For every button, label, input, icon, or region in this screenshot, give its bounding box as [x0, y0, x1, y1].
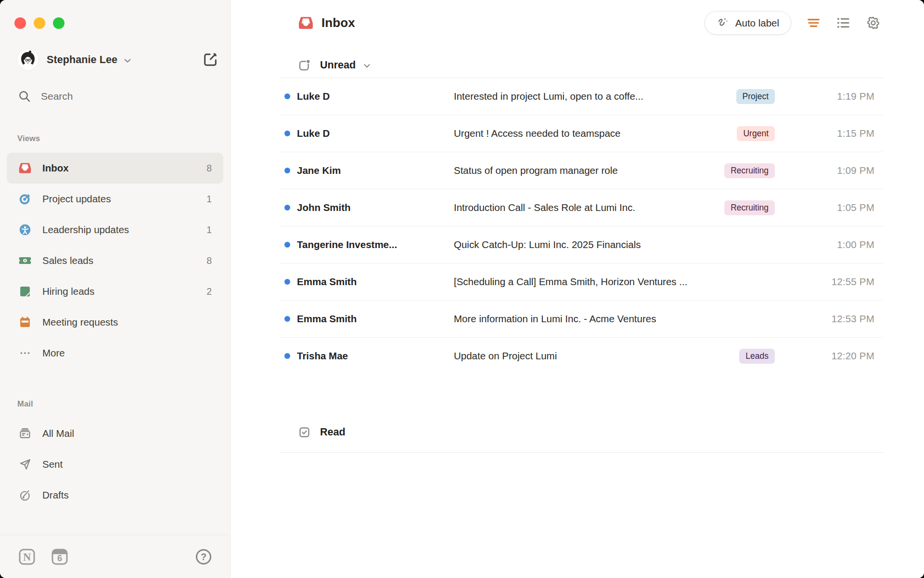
email-subject: Update on Project Lumi — [454, 350, 732, 362]
email-row[interactable]: Luke DUrgent ! Access needed to teamspac… — [280, 115, 883, 152]
svg-text:?: ? — [201, 551, 206, 562]
auto-label-button[interactable]: Auto label — [705, 11, 791, 35]
calendar-icon — [18, 315, 32, 329]
unread-dot — [284, 205, 290, 210]
sidebar-item-label: Meeting requests — [42, 316, 118, 328]
sidebar-item-label: Hiring leads — [42, 286, 94, 297]
email-sender: Luke D — [297, 91, 454, 102]
close-window-button[interactable] — [14, 17, 26, 29]
allmail-icon — [18, 427, 32, 440]
help-icon[interactable]: ? — [194, 548, 213, 566]
unread-dot — [284, 168, 290, 173]
header-actions: Auto label — [705, 11, 881, 35]
inbox-icon — [18, 161, 32, 175]
label-badge-recruiting: Recruiting — [724, 200, 775, 215]
sidebar-item-meeting-requests[interactable]: Meeting requests — [7, 307, 223, 338]
email-time: 12:53 PM — [818, 313, 883, 325]
view-title-group: Inbox — [298, 15, 355, 31]
chevron-down-icon[interactable] — [362, 61, 372, 71]
unread-dot — [284, 316, 290, 322]
email-row[interactable]: John SmithIntroduction Call - Sales Role… — [280, 189, 883, 226]
traffic-lights — [0, 0, 230, 29]
sidebar-item-hiring-leads[interactable]: Hiring leads2 — [7, 276, 223, 307]
email-subject: Quick Catch-Up: Lumi Inc. 2025 Financial… — [454, 239, 818, 250]
email-row[interactable]: Emma SmithMore information in Lumi Inc. … — [280, 301, 883, 338]
sidebar-item-project-updates[interactable]: Project updates1 — [7, 184, 223, 214]
email-sender: Tangerine Investme... — [297, 239, 454, 250]
email-row[interactable]: Jane KimStatus of open program manager r… — [280, 152, 883, 189]
search-button[interactable]: Search — [18, 90, 218, 103]
compose-button[interactable] — [202, 52, 218, 68]
email-sender: John Smith — [297, 202, 454, 213]
notion-app-icon[interactable]: N — [17, 547, 37, 566]
auto-label-wand-icon — [717, 16, 730, 29]
dollar-icon — [18, 254, 32, 267]
sidebar-item-sent[interactable]: Sent — [7, 449, 223, 480]
sidebar-item-sales-leads[interactable]: Sales leads8 — [7, 245, 223, 276]
settings-gear-icon[interactable] — [866, 15, 881, 30]
unread-dot — [284, 131, 290, 136]
notion-calendar-app-icon[interactable]: 6 — [50, 547, 69, 566]
label-badge-leads: Leads — [739, 349, 775, 364]
sidebar-item-label: All Mail — [42, 428, 74, 439]
email-sender: Jane Kim — [297, 165, 454, 176]
main-header: Inbox Auto label — [231, 0, 924, 35]
read-checkbox-icon — [298, 426, 311, 439]
email-subject: Status of open program manager role — [454, 165, 717, 176]
sidebar-nav: ViewsInbox8Project updates1Leadership up… — [0, 134, 230, 511]
section-title-mail: Mail — [17, 399, 230, 408]
note-icon — [18, 285, 32, 298]
sidebar-item-label: Sent — [42, 459, 63, 470]
section-title-views: Views — [17, 134, 230, 143]
list-view-icon[interactable] — [836, 15, 851, 30]
sidebar-footer: N 6 ? — [0, 535, 230, 578]
email-time: 1:00 PM — [818, 239, 883, 250]
dots-icon — [18, 346, 32, 360]
email-time: 1:19 PM — [818, 91, 883, 102]
sidebar-item-label: Inbox — [42, 162, 69, 174]
label-badge-project: Project — [736, 89, 775, 104]
sent-icon — [18, 458, 32, 471]
target-icon — [18, 192, 32, 206]
email-sender: Luke D — [297, 128, 454, 139]
sidebar-item-label: Sales leads — [42, 255, 93, 266]
search-label: Search — [41, 91, 73, 102]
minimize-window-button[interactable] — [34, 17, 45, 29]
email-time: 12:55 PM — [818, 276, 883, 288]
email-row[interactable]: Trisha MaeUpdate on Project LumiLeads12:… — [280, 338, 883, 374]
email-time: 1:09 PM — [818, 165, 883, 176]
unread-count-badge: 8 — [206, 163, 212, 174]
unread-section-header[interactable]: Unread — [298, 57, 924, 73]
accessibility-icon — [18, 223, 32, 236]
main-area: Inbox Auto label Unread Luke DInterested… — [231, 0, 924, 578]
label-badge-urgent: Urgent — [737, 126, 775, 141]
sidebar-item-all-mail[interactable]: All Mail — [7, 418, 223, 449]
search-icon — [18, 90, 31, 103]
unread-count-badge: 8 — [206, 255, 212, 266]
email-subject: Urgent ! Access needed to teamspace — [454, 128, 729, 139]
nav-section-views: Inbox8Project updates1Leadership updates… — [0, 153, 230, 368]
email-subject: More information in Lumi Inc. - Acme Ven… — [454, 313, 818, 325]
sidebar-item-inbox[interactable]: Inbox8 — [7, 153, 223, 184]
read-section-header[interactable]: Read — [298, 424, 924, 440]
zoom-window-button[interactable] — [53, 17, 64, 29]
sidebar-item-label: Drafts — [42, 489, 69, 501]
unread-dot — [284, 242, 290, 248]
unread-square-icon — [298, 59, 311, 72]
sidebar-item-label: More — [42, 347, 65, 359]
email-row[interactable]: Emma Smith[Scheduling a Call] Emma Smith… — [280, 263, 883, 301]
sidebar-item-label: Leadership updates — [42, 224, 129, 236]
sidebar-item-leadership-updates[interactable]: Leadership updates1 — [7, 214, 223, 245]
svg-text:6: 6 — [57, 553, 62, 563]
filter-icon[interactable] — [806, 15, 821, 30]
svg-text:N: N — [23, 551, 31, 563]
email-row[interactable]: Tangerine Investme...Quick Catch-Up: Lum… — [280, 226, 883, 263]
email-row[interactable]: Luke DInterested in project Lumi, open t… — [280, 78, 883, 115]
sidebar-item-label: Project updates — [42, 193, 111, 205]
inbox-icon — [298, 15, 314, 31]
sidebar-item-more[interactable]: More — [7, 338, 223, 368]
sidebar-item-drafts[interactable]: Drafts — [7, 480, 223, 511]
email-time: 12:20 PM — [818, 350, 883, 362]
email-time: 1:05 PM — [818, 202, 883, 213]
profile-switcher[interactable]: Stephanie Lee — [17, 49, 218, 70]
